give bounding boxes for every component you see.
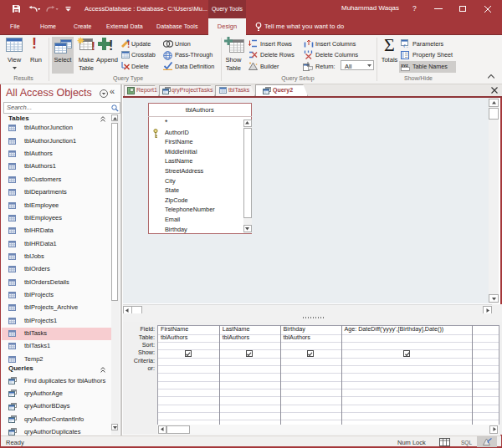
svg-text:!: ! (91, 38, 95, 52)
svg-text:!: ! (127, 40, 130, 48)
svg-text:!: ! (109, 38, 113, 52)
svg-text:xyz: xyz (401, 63, 408, 68)
svg-text:{..}: {..} (403, 43, 411, 48)
